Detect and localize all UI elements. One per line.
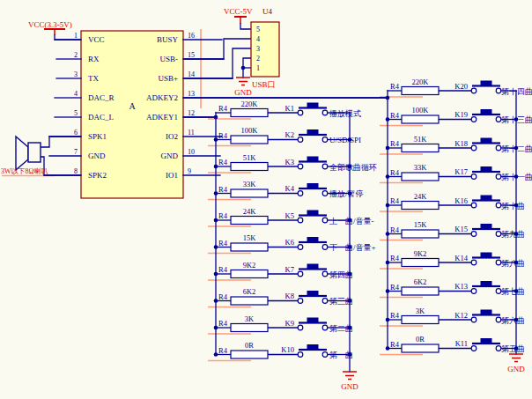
resistor[interactable] [402, 202, 439, 210]
pin-number: 9 [188, 167, 191, 175]
resistor-ref: R4 [390, 82, 400, 91]
key-terminal[interactable] [322, 325, 328, 330]
resistor[interactable] [402, 144, 439, 152]
key-terminal[interactable] [322, 218, 328, 223]
key-terminal[interactable] [496, 203, 501, 208]
key-terminal[interactable] [496, 289, 501, 294]
key-ref: K3 [285, 158, 294, 166]
key-terminal[interactable] [298, 218, 303, 223]
key-terminal[interactable] [322, 137, 328, 143]
key-ref: K6 [285, 238, 294, 247]
key-terminal[interactable] [471, 289, 477, 294]
key-ref: K1 [285, 104, 294, 113]
key-cap[interactable] [481, 310, 492, 315]
key-terminal[interactable] [298, 271, 303, 277]
key-terminal[interactable] [322, 352, 328, 358]
key-terminal[interactable] [496, 260, 501, 265]
junction-dot [214, 272, 218, 277]
pin-name: ADKEY1 [146, 113, 178, 122]
key-cap[interactable] [307, 103, 319, 108]
key-cap[interactable] [307, 183, 319, 188]
resistor[interactable] [231, 324, 268, 332]
usb-connector[interactable] [251, 22, 279, 77]
key-cap[interactable] [481, 196, 492, 201]
resistor[interactable] [231, 163, 268, 171]
key-terminal[interactable] [471, 145, 477, 151]
resistor[interactable] [231, 297, 268, 305]
key-cap[interactable] [307, 237, 319, 242]
key-terminal[interactable] [322, 299, 328, 304]
key-terminal[interactable] [298, 352, 303, 358]
resistor[interactable] [231, 189, 268, 197]
resistor[interactable] [231, 217, 268, 225]
key-terminal[interactable] [471, 203, 477, 208]
key-terminal[interactable] [496, 346, 501, 351]
key-cap[interactable] [481, 224, 492, 229]
resistor[interactable] [231, 270, 268, 278]
key-terminal[interactable] [298, 110, 303, 115]
resistor[interactable] [402, 87, 439, 95]
key-cap[interactable] [307, 264, 319, 270]
resistor[interactable] [402, 344, 439, 352]
usb-pin-number: 4 [256, 35, 260, 43]
key-terminal[interactable] [322, 271, 328, 277]
key-cap[interactable] [481, 109, 492, 115]
key-terminal[interactable] [471, 88, 477, 93]
resistor[interactable] [231, 351, 268, 358]
resistor[interactable] [402, 259, 439, 267]
key-terminal[interactable] [496, 232, 501, 237]
key-terminal[interactable] [471, 232, 477, 237]
key-terminal[interactable] [471, 260, 477, 265]
key-cap[interactable] [307, 129, 319, 135]
key-cap[interactable] [481, 253, 492, 258]
key-terminal[interactable] [496, 117, 501, 122]
resistor[interactable] [402, 173, 439, 181]
resistor-ref: R4 [218, 346, 228, 355]
key-cap[interactable] [307, 291, 319, 296]
key-cap[interactable] [481, 166, 492, 172]
key-terminal[interactable] [298, 325, 303, 330]
resistor[interactable] [402, 287, 439, 295]
resistor-value: 15K [414, 220, 428, 229]
key-cap[interactable] [307, 157, 319, 162]
key-terminal[interactable] [496, 317, 501, 322]
key-cap[interactable] [481, 81, 492, 86]
pin-number: 4 [74, 90, 78, 98]
key-terminal[interactable] [471, 174, 477, 180]
key-terminal[interactable] [322, 164, 328, 169]
resistor-ref: R4 [218, 185, 228, 194]
resistor[interactable] [231, 243, 268, 251]
gnd-label: GND [341, 382, 358, 391]
key-terminal[interactable] [298, 299, 303, 304]
resistor[interactable] [402, 115, 439, 123]
key-terminal[interactable] [298, 245, 303, 250]
key-terminal[interactable] [298, 137, 303, 143]
pin-name: VCC [88, 35, 105, 44]
key-terminal[interactable] [322, 245, 328, 250]
resistor[interactable] [402, 230, 439, 238]
key-terminal[interactable] [496, 145, 501, 151]
resistor[interactable] [231, 109, 268, 117]
key-cap[interactable] [307, 211, 319, 216]
key-cap[interactable] [307, 344, 319, 350]
key-terminal[interactable] [496, 174, 501, 180]
key-terminal[interactable] [322, 110, 328, 115]
resistor[interactable] [402, 316, 439, 324]
pin-number: 12 [188, 109, 195, 117]
key-terminal[interactable] [322, 191, 328, 196]
key-cap[interactable] [481, 338, 492, 344]
junction-dot [386, 146, 390, 151]
pin-number: 1 [74, 32, 78, 40]
resistor[interactable] [231, 136, 268, 144]
resistor-value: 6K2 [414, 277, 427, 286]
key-cap[interactable] [307, 318, 319, 323]
key-terminal[interactable] [298, 164, 303, 169]
key-terminal[interactable] [471, 117, 477, 122]
key-cap[interactable] [481, 281, 492, 286]
key-terminal[interactable] [471, 317, 477, 322]
key-terminal[interactable] [496, 88, 501, 93]
key-label: 上一曲/音量- [329, 217, 374, 225]
key-cap[interactable] [481, 138, 492, 144]
key-terminal[interactable] [471, 346, 477, 351]
key-terminal[interactable] [298, 191, 303, 196]
